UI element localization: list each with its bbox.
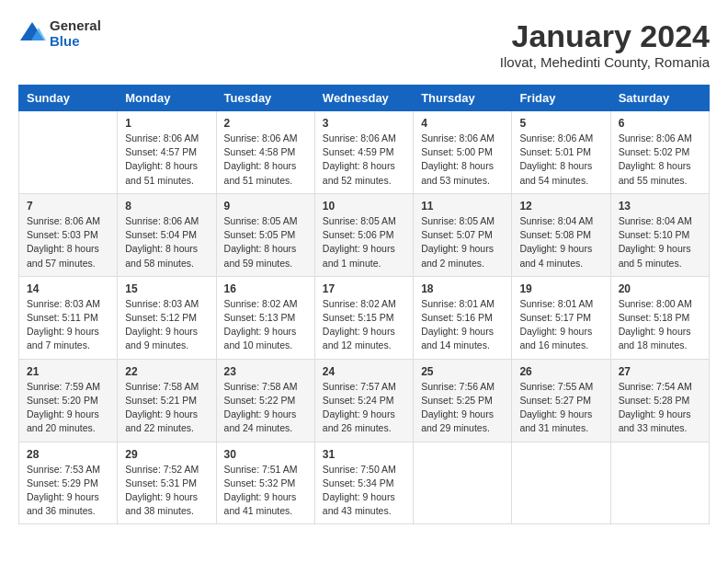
week-row-2: 7Sunrise: 8:06 AMSunset: 5:03 PMDaylight…	[19, 193, 710, 276]
day-info: Sunrise: 8:04 AMSunset: 5:10 PMDaylight:…	[619, 214, 701, 270]
cell-w3-d2: 16Sunrise: 8:02 AMSunset: 5:13 PMDayligh…	[216, 276, 314, 359]
day-number: 13	[619, 200, 701, 213]
day-number: 21	[27, 365, 109, 378]
cell-w5-d1: 29Sunrise: 7:52 AMSunset: 5:31 PMDayligh…	[118, 442, 216, 524]
cell-w4-d6: 27Sunrise: 7:54 AMSunset: 5:28 PMDayligh…	[610, 359, 709, 442]
day-info: Sunrise: 8:06 AMSunset: 5:04 PMDaylight:…	[125, 214, 208, 270]
col-sunday: Sunday	[19, 86, 118, 111]
day-number: 24	[323, 365, 405, 378]
day-number: 20	[619, 282, 701, 295]
day-info: Sunrise: 8:03 AMSunset: 5:12 PMDaylight:…	[125, 297, 208, 353]
cell-w2-d0: 7Sunrise: 8:06 AMSunset: 5:03 PMDaylight…	[19, 193, 118, 276]
location-subtitle: Ilovat, Mehedinti County, Romania	[500, 54, 710, 70]
week-row-4: 21Sunrise: 7:59 AMSunset: 5:20 PMDayligh…	[19, 359, 710, 442]
day-number: 15	[125, 282, 208, 295]
header-row: Sunday Monday Tuesday Wednesday Thursday…	[19, 86, 710, 111]
cell-w3-d0: 14Sunrise: 8:03 AMSunset: 5:11 PMDayligh…	[19, 276, 118, 359]
day-info: Sunrise: 7:55 AMSunset: 5:27 PMDaylight:…	[519, 380, 602, 436]
day-info: Sunrise: 8:06 AMSunset: 4:58 PMDaylight:…	[224, 132, 307, 188]
calendar: Sunday Monday Tuesday Wednesday Thursday…	[18, 85, 710, 524]
cell-w3-d4: 18Sunrise: 8:01 AMSunset: 5:16 PMDayligh…	[414, 276, 512, 359]
day-info: Sunrise: 8:06 AMSunset: 5:01 PMDaylight:…	[519, 132, 602, 188]
day-number: 1	[125, 117, 208, 130]
day-number: 18	[421, 282, 504, 295]
cell-w5-d3: 31Sunrise: 7:50 AMSunset: 5:34 PMDayligh…	[314, 442, 413, 524]
day-number: 22	[125, 365, 208, 378]
day-info: Sunrise: 8:02 AMSunset: 5:13 PMDaylight:…	[224, 297, 307, 353]
cell-w5-d4	[414, 442, 512, 524]
cell-w2-d5: 12Sunrise: 8:04 AMSunset: 5:08 PMDayligh…	[512, 193, 610, 276]
cell-w1-d0	[19, 111, 118, 194]
day-number: 19	[519, 282, 602, 295]
day-number: 4	[421, 117, 504, 130]
cell-w5-d2: 30Sunrise: 7:51 AMSunset: 5:32 PMDayligh…	[216, 442, 314, 524]
day-info: Sunrise: 8:06 AMSunset: 5:03 PMDaylight:…	[27, 214, 109, 270]
day-number: 12	[519, 200, 602, 213]
cell-w2-d4: 11Sunrise: 8:05 AMSunset: 5:07 PMDayligh…	[414, 193, 512, 276]
col-monday: Monday	[118, 86, 216, 111]
day-info: Sunrise: 8:06 AMSunset: 5:00 PMDaylight:…	[421, 132, 504, 188]
day-info: Sunrise: 7:53 AMSunset: 5:29 PMDaylight:…	[27, 463, 109, 519]
day-number: 6	[619, 117, 701, 130]
cell-w5-d0: 28Sunrise: 7:53 AMSunset: 5:29 PMDayligh…	[19, 442, 118, 524]
week-row-1: 1Sunrise: 8:06 AMSunset: 4:57 PMDaylight…	[19, 111, 710, 194]
logo-icon	[18, 20, 46, 48]
day-info: Sunrise: 8:06 AMSunset: 4:59 PMDaylight:…	[323, 132, 405, 188]
day-number: 31	[323, 448, 405, 461]
day-info: Sunrise: 8:06 AMSunset: 4:57 PMDaylight:…	[125, 132, 208, 188]
cell-w4-d0: 21Sunrise: 7:59 AMSunset: 5:20 PMDayligh…	[19, 359, 118, 442]
day-number: 27	[619, 365, 701, 378]
logo: General Blue	[18, 18, 101, 49]
day-info: Sunrise: 8:04 AMSunset: 5:08 PMDaylight:…	[519, 214, 602, 270]
day-info: Sunrise: 7:58 AMSunset: 5:21 PMDaylight:…	[125, 380, 208, 436]
cell-w1-d3: 3Sunrise: 8:06 AMSunset: 4:59 PMDaylight…	[314, 111, 413, 194]
day-number: 3	[323, 117, 405, 130]
day-info: Sunrise: 7:50 AMSunset: 5:34 PMDaylight:…	[323, 463, 405, 519]
cell-w4-d2: 23Sunrise: 7:58 AMSunset: 5:22 PMDayligh…	[216, 359, 314, 442]
col-friday: Friday	[512, 86, 610, 111]
col-wednesday: Wednesday	[314, 86, 413, 111]
day-info: Sunrise: 7:54 AMSunset: 5:28 PMDaylight:…	[619, 380, 701, 436]
month-title: January 2024	[500, 18, 710, 54]
cell-w1-d1: 1Sunrise: 8:06 AMSunset: 4:57 PMDaylight…	[118, 111, 216, 194]
cell-w2-d1: 8Sunrise: 8:06 AMSunset: 5:04 PMDaylight…	[118, 193, 216, 276]
day-number: 10	[323, 200, 405, 213]
day-info: Sunrise: 7:51 AMSunset: 5:32 PMDaylight:…	[224, 463, 307, 519]
cell-w1-d2: 2Sunrise: 8:06 AMSunset: 4:58 PMDaylight…	[216, 111, 314, 194]
cell-w2-d2: 9Sunrise: 8:05 AMSunset: 5:05 PMDaylight…	[216, 193, 314, 276]
logo-blue-text: Blue	[50, 34, 101, 50]
cell-w2-d6: 13Sunrise: 8:04 AMSunset: 5:10 PMDayligh…	[610, 193, 709, 276]
cell-w3-d3: 17Sunrise: 8:02 AMSunset: 5:15 PMDayligh…	[314, 276, 413, 359]
day-number: 8	[125, 200, 208, 213]
col-tuesday: Tuesday	[216, 86, 314, 111]
cell-w1-d4: 4Sunrise: 8:06 AMSunset: 5:00 PMDaylight…	[414, 111, 512, 194]
week-row-5: 28Sunrise: 7:53 AMSunset: 5:29 PMDayligh…	[19, 442, 710, 524]
day-info: Sunrise: 7:57 AMSunset: 5:24 PMDaylight:…	[323, 380, 405, 436]
header: General Blue January 2024 Ilovat, Mehedi…	[18, 18, 710, 70]
col-thursday: Thursday	[414, 86, 512, 111]
day-number: 2	[224, 117, 307, 130]
week-row-3: 14Sunrise: 8:03 AMSunset: 5:11 PMDayligh…	[19, 276, 710, 359]
calendar-body: 1Sunrise: 8:06 AMSunset: 4:57 PMDaylight…	[19, 111, 710, 524]
cell-w1-d6: 6Sunrise: 8:06 AMSunset: 5:02 PMDaylight…	[610, 111, 709, 194]
day-number: 5	[519, 117, 602, 130]
day-info: Sunrise: 7:56 AMSunset: 5:25 PMDaylight:…	[421, 380, 504, 436]
day-number: 14	[27, 282, 109, 295]
day-info: Sunrise: 8:05 AMSunset: 5:05 PMDaylight:…	[224, 214, 307, 270]
cell-w4-d4: 25Sunrise: 7:56 AMSunset: 5:25 PMDayligh…	[414, 359, 512, 442]
cell-w5-d6	[610, 442, 709, 524]
day-info: Sunrise: 8:00 AMSunset: 5:18 PMDaylight:…	[619, 297, 701, 353]
logo-general-text: General	[50, 18, 101, 34]
day-number: 28	[27, 448, 109, 461]
col-saturday: Saturday	[610, 86, 709, 111]
day-info: Sunrise: 7:52 AMSunset: 5:31 PMDaylight:…	[125, 463, 208, 519]
cell-w3-d1: 15Sunrise: 8:03 AMSunset: 5:12 PMDayligh…	[118, 276, 216, 359]
day-number: 23	[224, 365, 307, 378]
day-number: 7	[27, 200, 109, 213]
day-info: Sunrise: 8:02 AMSunset: 5:15 PMDaylight:…	[323, 297, 405, 353]
cell-w2-d3: 10Sunrise: 8:05 AMSunset: 5:06 PMDayligh…	[314, 193, 413, 276]
cell-w3-d5: 19Sunrise: 8:01 AMSunset: 5:17 PMDayligh…	[512, 276, 610, 359]
day-info: Sunrise: 7:59 AMSunset: 5:20 PMDaylight:…	[27, 380, 109, 436]
title-area: January 2024 Ilovat, Mehedinti County, R…	[500, 18, 710, 70]
day-number: 30	[224, 448, 307, 461]
